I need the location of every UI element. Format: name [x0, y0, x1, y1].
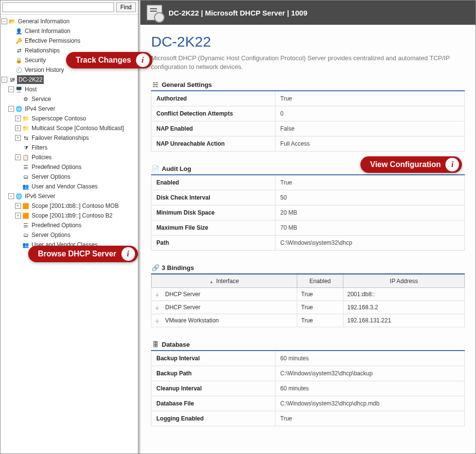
tree-label: Scope [2001:db8::] Contoso MOB [31, 202, 119, 210]
tree-host[interactable]: − 🖥️ Host [1, 84, 137, 94]
tree-label: Security [24, 56, 47, 65]
callout-label: Track Changes [76, 56, 131, 65]
tree-scope-db9[interactable]: + 🟧 Scope [2001:db9::] Contoso B2 [1, 211, 137, 220]
tree-label: Effective Permissions [24, 36, 82, 45]
tree-predefined-options[interactable]: ☰ Predefined Options [1, 162, 137, 172]
table-row: Cleanup Interval60 minutes [152, 381, 465, 396]
tree-server-options[interactable]: 🗂 Server Options [1, 172, 137, 182]
bindings-icon: 🔗 [151, 264, 160, 271]
history-icon: 🕘 [15, 66, 23, 74]
collapse-icon[interactable]: − [8, 86, 14, 92]
tree-effective-permissions[interactable]: 🔑 Effective Permissions [1, 36, 137, 46]
tree-filters[interactable]: ⧩ Filters [1, 143, 137, 152]
tree-ipv4-server[interactable]: − 🌐 IPv4 Server [1, 104, 137, 114]
callout-label: Browse DHCP Server [38, 250, 117, 258]
scope-icon: 🟧 [22, 202, 30, 210]
audit-icon: 📄 [151, 165, 160, 172]
options-icon: ☰ [22, 221, 30, 230]
main-panel: DC-2K22 | Microsoft DHCP Server | 1009 D… [138, 0, 476, 454]
section-title-label: Database [162, 341, 190, 348]
tree-label: Host [24, 85, 38, 94]
table-row: NAP Unreachable ActionFull Access [152, 136, 465, 151]
tree-label: Server Options [31, 172, 71, 181]
tree-server-options-6[interactable]: 🗂 Server Options [1, 230, 137, 240]
table-row: Conflict Detection Attempts0 [152, 106, 465, 121]
tree-label: Client Information [24, 27, 71, 35]
options-icon: ☰ [22, 163, 30, 171]
tree-label: Filters [31, 143, 49, 152]
service-icon: ⚙ [22, 95, 30, 103]
tree-ipv6-server[interactable]: − 🌐 IPv6 Server [1, 191, 137, 201]
col-interface[interactable]: Interface [152, 275, 297, 288]
tree-dc2k22[interactable]: − 🖳 DC-2K22 [1, 75, 137, 84]
section-audit-log: 📄 Audit Log EnabledTrue Disk Check Inter… [151, 165, 465, 251]
tree-predefined-options-6[interactable]: ☰ Predefined Options [1, 220, 137, 230]
classes-icon: 👥 [22, 240, 30, 249]
collapse-icon[interactable]: − [8, 193, 14, 199]
find-button[interactable]: Find [116, 2, 136, 12]
folder-icon: 📁 [22, 124, 30, 133]
table-row: Logging EnabledTrue [152, 411, 465, 426]
tree-general-info[interactable]: − 📂 General Information [1, 17, 137, 26]
nic-icon: ⏚ [155, 317, 163, 324]
tree-superscope[interactable]: + 📁 Superscope Contoso [1, 114, 137, 123]
permissions-icon: 🔑 [15, 36, 23, 45]
server-options-icon: 🗂 [22, 231, 30, 239]
server-options-icon: 🗂 [22, 172, 30, 181]
section-database: 🗄 Database Backup Interval60 minutes Bac… [151, 341, 465, 426]
table-row: EnabledTrue [152, 175, 465, 190]
bindings-table: Interface Enabled IP Address ⏚DHCP Serve… [151, 274, 465, 327]
col-ip[interactable]: IP Address [343, 275, 465, 288]
tree-client-info[interactable]: 👤 Client Information [1, 26, 137, 36]
table-row: Backup Interval60 minutes [152, 351, 465, 366]
table-row[interactable]: ⏚DHCP ServerTrue2001:db8:: [152, 288, 465, 301]
expand-icon[interactable]: + [15, 135, 21, 141]
tree-scope-db8[interactable]: + 🟧 Scope [2001:db8::] Contoso MOB [1, 201, 137, 211]
table-row[interactable]: ⏚DHCP ServerTrue192.168.3.2 [152, 301, 465, 314]
collapse-icon[interactable]: − [1, 18, 7, 24]
tree-label: Scope [2001:db9::] Contoso B2 [31, 211, 114, 220]
callout-label: View Configuration [370, 160, 441, 169]
settings-icon: ☵ [151, 81, 160, 88]
expand-icon[interactable]: + [15, 213, 21, 219]
tree-multicast[interactable]: + 📁 Multicast Scope [Contoso Multicast] [1, 123, 137, 133]
expand-icon[interactable]: + [15, 116, 21, 121]
expand-icon[interactable]: + [15, 125, 21, 131]
nav-tree: − 📂 General Information 👤 Client Informa… [0, 15, 138, 454]
host-icon: 🖥️ [15, 85, 23, 94]
page-description: Microsoft DHCP (Dynamic Host Configurati… [151, 54, 465, 71]
tree-service[interactable]: ⚙ Service [1, 94, 137, 104]
info-icon: i [121, 247, 135, 261]
callout-track-changes[interactable]: Track Changes i [66, 52, 153, 68]
scope-icon: 🟧 [22, 211, 30, 220]
expand-icon[interactable]: + [15, 203, 21, 209]
tree-label: IPv6 Server [24, 192, 56, 201]
page-title: DC-2K22 [151, 34, 465, 50]
table-row: Maximum File Size70 MB [152, 220, 465, 235]
table-row[interactable]: ⏚VMware WorkstationTrue192.168.131.221 [152, 314, 465, 327]
database-table: Backup Interval60 minutes Backup PathC:\… [151, 351, 465, 426]
tree-label: Predefined Options [31, 221, 83, 230]
info-icon: i [445, 158, 459, 171]
callout-view-configuration[interactable]: View Configuration i [360, 156, 462, 173]
tree-label: Policies [31, 153, 52, 162]
policies-icon: 📋 [22, 153, 30, 162]
tree-failover[interactable]: + ⇆ Failover Relationships [1, 133, 137, 143]
header-bar: DC-2K22 | Microsoft DHCP Server | 1009 [140, 0, 476, 25]
tree-user-vendor-classes[interactable]: 👥 User and Vendor Classes [1, 182, 137, 191]
col-enabled[interactable]: Enabled [297, 275, 343, 288]
filter-icon: ⧩ [22, 143, 30, 152]
tree-label: Version History [24, 66, 65, 74]
search-input[interactable] [2, 2, 114, 12]
table-row: Disk Check Interval50 [152, 190, 465, 205]
table-row: Database FileC:\Windows\system32\dhcp\dh… [152, 396, 465, 411]
collapse-icon[interactable]: − [1, 77, 7, 83]
expand-icon[interactable]: + [15, 154, 21, 160]
table-row: AuthorizedTrue [152, 91, 465, 106]
tree-policies[interactable]: + 📋 Policies [1, 152, 137, 162]
collapse-icon[interactable]: − [8, 106, 14, 112]
info-icon: i [136, 53, 150, 67]
classes-icon: 👥 [22, 182, 30, 191]
tree-label: Multicast Scope [Contoso Multicast] [31, 124, 125, 133]
callout-browse-dhcp[interactable]: Browse DHCP Server i [28, 246, 138, 262]
